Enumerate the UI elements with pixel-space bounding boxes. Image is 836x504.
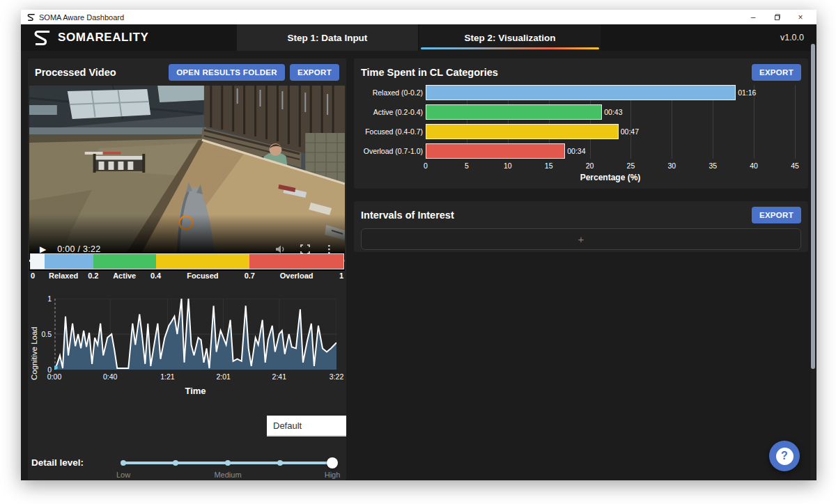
add-interval-button[interactable]: +: [361, 228, 801, 250]
cl-xlabel: Time: [54, 386, 336, 396]
add-icon: +: [578, 233, 585, 245]
legend-label: 0.4: [150, 271, 161, 280]
slider-tick-dot[interactable]: [277, 460, 283, 466]
bar-xtick-label: 20: [586, 162, 594, 170]
bar-category-label: Focused (0.4-0.7): [357, 124, 423, 139]
bar-xtick-label: 15: [545, 162, 553, 170]
legend-segment: [45, 254, 93, 269]
cognitive-load-chart: Cognitive Load 0:000:401:212:012:413:22 …: [28, 292, 346, 414]
cl-ytick-label: 0.5: [36, 330, 52, 338]
bar-xtick-label: 35: [709, 162, 717, 170]
cl-xtick-label: 2:01: [216, 372, 230, 381]
video-time: 0:00 / 3:22: [57, 244, 100, 254]
bar-xticks: 051015202530354045: [426, 162, 795, 171]
step-tabs: Step 1: Data Input Step 2: Visualization: [237, 24, 601, 51]
video-player[interactable]: ▶ 0:00 / 3:22 ⋮: [29, 86, 345, 271]
cl-legend-labels: 0Relaxed0.2Active0.4Focused0.7Overload1: [31, 271, 343, 283]
slider-handle[interactable]: [327, 457, 338, 468]
preset-select[interactable]: Default: [267, 416, 346, 436]
slider-mark-label: Low: [116, 471, 130, 479]
cl-legend: 0Relaxed0.2Active0.4Focused0.7Overload1: [31, 254, 343, 283]
scrollbar-thumb[interactable]: [811, 44, 815, 369]
video-export-button[interactable]: EXPORT: [290, 64, 339, 81]
bar-category-label: Overload (0.7-1.0): [357, 143, 423, 159]
legend-label: 0.7: [245, 271, 255, 280]
brand-name: SOMAREALITY: [58, 31, 148, 45]
processed-video-panel: Processed Video OPEN RESULTS FOLDER EXPO…: [28, 58, 346, 480]
minimize-button[interactable]: –: [741, 10, 765, 24]
tab-visualization[interactable]: Step 2: Visualization: [419, 24, 601, 51]
bar-row: 00:43: [426, 104, 795, 120]
bar-xlabel: Percentage (%): [426, 173, 795, 182]
bar-row: 00:34: [426, 143, 795, 159]
slider-tick-dot[interactable]: [173, 460, 178, 466]
cl-xtick-label: 2:41: [272, 372, 286, 381]
legend-segment: [156, 254, 250, 269]
intervals-panel: Intervals of Interest EXPORT +: [354, 201, 808, 252]
bar-row: 00:47: [426, 124, 795, 139]
intervals-export-button[interactable]: EXPORT: [752, 207, 801, 223]
legend-segment: [31, 254, 45, 269]
bar: [426, 124, 619, 139]
legend-label: 1: [339, 271, 343, 280]
app-header: SOMAREALITY Step 1: Data Input Step 2: V…: [21, 24, 816, 51]
slider-tick-dot[interactable]: [121, 460, 126, 466]
close-button[interactable]: ×: [789, 10, 812, 24]
bar-xtick-label: 10: [504, 162, 512, 170]
bar: [426, 143, 565, 159]
bar-xtick-label: 0: [424, 162, 428, 170]
legend-label: 0.2: [88, 271, 98, 280]
legend-segment: [93, 254, 156, 269]
bar-row: 01:16: [426, 85, 795, 100]
brand-logo-icon: [32, 29, 52, 47]
time-spent-export-button[interactable]: EXPORT: [752, 64, 801, 81]
fullscreen-icon[interactable]: [300, 244, 310, 254]
legend-label: Overload: [280, 271, 314, 280]
play-icon[interactable]: ▶: [40, 244, 46, 254]
bar-xtick-label: 45: [791, 162, 799, 170]
processed-video-title: Processed Video: [35, 67, 116, 78]
bar-value-label: 00:47: [621, 124, 639, 139]
version-label: v1.0.0: [780, 33, 816, 42]
bar-value-label: 01:16: [738, 85, 756, 100]
main-content: Processed Video OPEN RESULTS FOLDER EXPO…: [21, 51, 816, 480]
cl-ytick-label: 0: [36, 365, 52, 374]
detail-level-label: Detail level:: [31, 457, 84, 468]
tab-data-input[interactable]: Step 1: Data Input: [237, 24, 418, 51]
bar-xtick-label: 30: [667, 162, 676, 170]
brand: SOMAREALITY: [21, 29, 148, 47]
window-title: SOMA Aware Dashboard: [39, 13, 124, 22]
preset-select-value: Default: [273, 420, 302, 431]
cl-xticks: 0:000:401:212:012:413:22: [54, 372, 336, 381]
cl-plot-svg: [54, 299, 336, 370]
cl-plot-area[interactable]: [54, 299, 336, 370]
help-icon: ?: [781, 450, 788, 462]
legend-label: 0: [31, 271, 35, 280]
maximize-button[interactable]: [765, 10, 789, 24]
bar-xtick-label: 25: [627, 162, 635, 170]
intervals-title: Intervals of Interest: [361, 210, 454, 221]
cl-ytick-label: 1: [36, 294, 52, 303]
bar-xtick-label: 40: [750, 162, 758, 170]
slider-mark-label: High: [325, 471, 341, 479]
maximize-icon: [773, 14, 780, 21]
slider-mark-label: Medium: [214, 471, 241, 479]
open-results-folder-button[interactable]: OPEN RESULTS FOLDER: [169, 64, 285, 81]
bar: [426, 104, 602, 120]
cl-xtick-label: 0:40: [103, 372, 117, 381]
cl-legend-bar: [31, 254, 343, 269]
legend-label: Relaxed: [49, 271, 78, 280]
bar-plot-area: 01:1600:4300:4700:34: [426, 85, 795, 159]
bar-category-label: Active (0.2-0.4): [357, 104, 423, 120]
bar-value-label: 00:43: [604, 104, 622, 120]
time-spent-title: Time Spent in CL Categories: [361, 67, 498, 78]
legend-label: Active: [113, 271, 136, 280]
slider-tick-dot[interactable]: [225, 460, 231, 466]
scrollbar: [811, 44, 815, 479]
detail-level-slider[interactable]: LowMediumHigh: [123, 452, 332, 479]
volume-icon[interactable]: [275, 244, 286, 254]
legend-segment: [249, 254, 343, 269]
help-button[interactable]: ?: [769, 441, 800, 471]
detail-level-row: Detail level: LowMediumHigh: [31, 452, 343, 479]
cl-xtick-label: 1:21: [160, 372, 174, 381]
